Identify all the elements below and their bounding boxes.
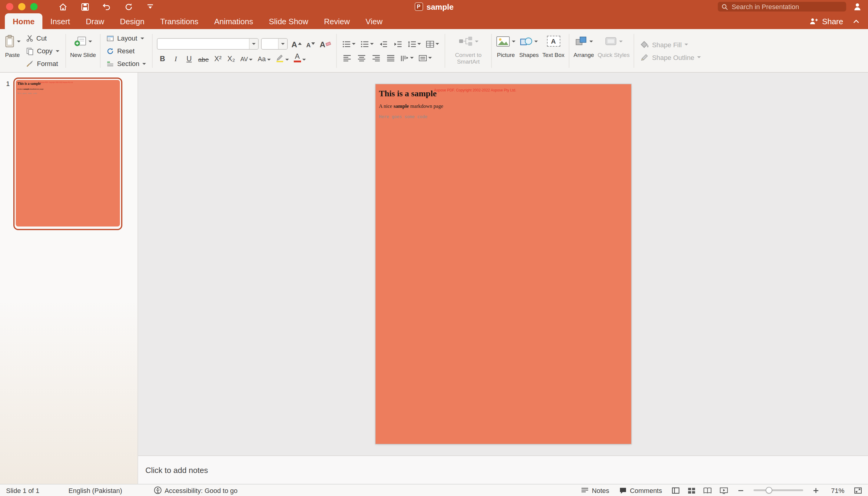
subscript-button[interactable]: X₂: [226, 53, 236, 64]
increase-font-size-button[interactable]: A: [290, 38, 303, 49]
close-window-button[interactable]: [6, 3, 13, 10]
text-direction-button[interactable]: [399, 52, 415, 63]
tab-animations[interactable]: Animations: [206, 13, 261, 29]
bold-button[interactable]: B: [157, 53, 168, 64]
font-name-combobox[interactable]: [157, 38, 259, 50]
clear-formatting-button[interactable]: A: [319, 38, 332, 49]
quick-styles-button[interactable]: Quick Styles: [596, 31, 632, 71]
slide-show-view-button[interactable]: [719, 486, 728, 494]
cut-copy-format-column: Cut Copy Format: [22, 31, 63, 71]
cut-button[interactable]: Cut: [24, 33, 61, 43]
numbering-button[interactable]: [359, 38, 375, 49]
zoom-in-button[interactable]: [813, 487, 819, 493]
shape-outline-button[interactable]: Shape Outline: [639, 52, 703, 62]
tab-insert[interactable]: Insert: [42, 13, 78, 29]
copy-icon: [26, 47, 34, 55]
share-button[interactable]: Share: [804, 13, 849, 29]
accessibility-status[interactable]: Accessibility: Good to go: [154, 486, 237, 494]
font-color-button[interactable]: A: [293, 53, 307, 64]
tab-home[interactable]: Home: [5, 13, 42, 29]
tab-design[interactable]: Design: [112, 13, 152, 29]
fullscreen-window-button[interactable]: [30, 3, 37, 10]
normal-view-button[interactable]: [672, 486, 680, 494]
align-text-caret: [428, 57, 432, 59]
zoom-level[interactable]: 71%: [828, 486, 844, 494]
zoom-out-button[interactable]: [738, 487, 744, 493]
decrease-indent-button[interactable]: [377, 38, 389, 49]
slide-code-line[interactable]: Here goes some code: [379, 114, 427, 119]
text-highlight-button[interactable]: [274, 53, 290, 64]
italic-button[interactable]: I: [170, 53, 181, 64]
slide-sorter-view-button[interactable]: [687, 486, 695, 494]
character-spacing-button[interactable]: AV: [239, 53, 254, 64]
notes-pane[interactable]: Click to add notes: [138, 455, 868, 484]
tab-review[interactable]: Review: [316, 13, 358, 29]
home-icon[interactable]: [58, 2, 68, 12]
fit-slide-to-window-button[interactable]: [854, 486, 862, 494]
text-box-button[interactable]: A Text Box: [541, 31, 567, 71]
decrease-font-size-button[interactable]: A: [305, 38, 316, 49]
picture-caret[interactable]: [512, 40, 515, 42]
slide-body-line: A nice sample markdown page: [17, 88, 44, 90]
arrange-button[interactable]: Arrange: [572, 31, 596, 71]
paste-button[interactable]: Paste: [2, 31, 22, 71]
zoom-slider-knob[interactable]: [765, 487, 772, 494]
slide[interactable]: Aspose PDF. Copyright 2002-2022 Aspose P…: [375, 84, 631, 444]
format-painter-button[interactable]: Format: [24, 59, 61, 69]
reset-button[interactable]: Reset: [105, 46, 148, 56]
paste-dropdown-caret[interactable]: [17, 40, 20, 42]
align-left-button[interactable]: [341, 52, 353, 63]
bullets-button[interactable]: [341, 38, 357, 49]
font-size-caret[interactable]: [278, 39, 287, 49]
language-status[interactable]: English (Pakistan): [68, 486, 122, 494]
tab-transitions[interactable]: Transitions: [152, 13, 206, 29]
collapse-ribbon-button[interactable]: [849, 13, 863, 29]
zoom-slider[interactable]: [754, 489, 803, 491]
quick-styles-caret[interactable]: [619, 40, 623, 42]
slide-code-line: Here goes some code: [17, 92, 37, 94]
notes-toggle-button[interactable]: Notes: [581, 486, 609, 494]
copy-button[interactable]: Copy: [24, 46, 61, 56]
slide-body-line[interactable]: A nice sample markdown page: [379, 103, 443, 109]
slide-thumbnail-selected[interactable]: Aspose PDF. Copyright 2002-2022 Aspose P…: [13, 78, 122, 230]
undo-icon[interactable]: [102, 2, 111, 12]
redo-icon[interactable]: [124, 2, 133, 12]
reading-view-button[interactable]: [703, 486, 712, 494]
tab-slide-show[interactable]: Slide Show: [261, 13, 316, 29]
arrange-caret[interactable]: [589, 40, 593, 42]
shapes-caret[interactable]: [534, 40, 538, 42]
section-button[interactable]: Section: [105, 59, 148, 69]
align-center-button[interactable]: [356, 52, 368, 63]
superscript-button[interactable]: X²: [212, 53, 223, 64]
shapes-button[interactable]: Shapes: [517, 31, 540, 71]
comments-toggle-button[interactable]: Comments: [619, 486, 662, 494]
increase-indent-button[interactable]: [392, 38, 404, 49]
columns-button[interactable]: [424, 38, 440, 49]
font-size-combobox[interactable]: [261, 38, 288, 50]
account-icon[interactable]: [852, 2, 862, 12]
underline-button[interactable]: U: [184, 53, 195, 64]
slide-heading[interactable]: This is a sample: [379, 89, 437, 99]
picture-button[interactable]: Picture: [494, 31, 517, 71]
save-icon[interactable]: [80, 2, 90, 12]
tab-draw[interactable]: Draw: [78, 13, 112, 29]
search-input[interactable]: Search in Presentation: [718, 2, 846, 12]
minimize-window-button[interactable]: [18, 3, 26, 10]
change-case-button[interactable]: Aa: [257, 53, 272, 64]
font-name-caret[interactable]: [249, 39, 258, 49]
layout-button[interactable]: Layout: [105, 33, 148, 43]
shape-fill-button[interactable]: Shape Fill: [639, 40, 703, 50]
convert-to-smartart-button[interactable]: Convert to SmartArt: [448, 31, 489, 71]
tab-view[interactable]: View: [358, 13, 390, 29]
line-spacing-button[interactable]: [406, 38, 422, 49]
slide-canvas: Aspose PDF. Copyright 2002-2022 Aspose P…: [138, 73, 868, 455]
align-text-button[interactable]: [417, 52, 433, 63]
picture-label: Picture: [497, 51, 515, 58]
customize-toolbar-icon[interactable]: [145, 2, 155, 12]
align-right-button[interactable]: [370, 52, 382, 63]
strikethrough-button[interactable]: abe: [197, 53, 210, 64]
smartart-caret[interactable]: [475, 40, 478, 42]
justify-button[interactable]: [385, 52, 397, 63]
new-slide-dropdown-caret[interactable]: [89, 40, 92, 42]
new-slide-button[interactable]: New Slide: [68, 31, 98, 71]
